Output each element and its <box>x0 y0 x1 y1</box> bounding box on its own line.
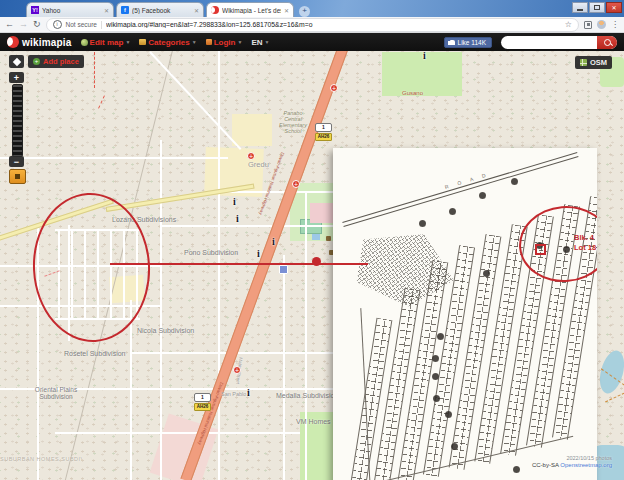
hospital-marker[interactable] <box>292 180 300 188</box>
search-input[interactable] <box>507 36 601 49</box>
menu-edit-map[interactable]: Edit map <box>81 38 131 47</box>
street <box>55 432 300 434</box>
tab-wikimapia[interactable]: Wikimapia - Let's describe the w ✕ <box>206 2 294 17</box>
search-icon <box>604 39 611 46</box>
tab-title: (5) Facebook <box>132 7 191 14</box>
subdivision-label: Rosetel Subdivision <box>64 350 125 357</box>
tab-close-icon[interactable]: ✕ <box>284 7 289 14</box>
menu-categories[interactable]: Categories <box>139 38 196 47</box>
hospital-marker[interactable] <box>330 84 338 92</box>
menu-login[interactable]: Login <box>206 38 243 47</box>
subdivision-label: Pono Subdivision <box>184 249 238 256</box>
measure-tool-button[interactable] <box>9 169 26 184</box>
annotation-line: Lot 18 <box>574 243 596 253</box>
zoom-slider[interactable] <box>12 84 23 157</box>
openstreetmap-link[interactable]: Openstreetmap.org <box>560 462 612 468</box>
subdivision-label: Oriental Plains Subdivision <box>30 386 82 400</box>
menu-label: EN <box>251 38 262 47</box>
place-label: San Pablo <box>221 391 246 397</box>
info-marker[interactable]: i <box>423 51 426 61</box>
browser-menu-icon[interactable] <box>611 20 619 29</box>
route-shield: 1 AH26 <box>194 393 211 411</box>
wikimapia-logo[interactable]: wikimapia <box>7 36 72 48</box>
reload-icon[interactable]: ↻ <box>33 20 41 29</box>
street <box>305 191 307 480</box>
edit-map-icon <box>81 39 88 46</box>
annotation-leader-line <box>110 263 368 265</box>
divider <box>101 21 102 29</box>
info-marker[interactable]: i <box>233 197 236 207</box>
street <box>160 140 162 480</box>
bookmark-star-icon[interactable] <box>565 20 572 29</box>
facebook-like-button[interactable]: Like 114K <box>444 37 492 48</box>
route-number: 1 <box>194 393 211 402</box>
tab-facebook[interactable]: f (5) Facebook ✕ <box>116 2 204 17</box>
forward-icon[interactable]: → <box>19 20 28 29</box>
barangay-label: Gredu <box>248 160 269 169</box>
minimize-icon <box>577 9 583 11</box>
route-code: AH26 <box>194 403 211 411</box>
wikimapia-logo-text: wikimapia <box>22 37 72 48</box>
street <box>0 157 228 159</box>
street <box>283 255 285 480</box>
street <box>218 51 220 480</box>
hatched-block <box>354 225 460 313</box>
tab-close-icon[interactable]: ✕ <box>104 7 109 14</box>
search-button[interactable] <box>597 36 617 49</box>
maximize-button[interactable] <box>589 2 605 13</box>
security-label: Not secure <box>66 21 97 28</box>
info-marker[interactable]: i <box>236 214 239 224</box>
tree-blob <box>437 333 444 340</box>
tree-blob <box>479 192 486 199</box>
tree-blob <box>449 208 456 215</box>
extension-icon[interactable] <box>584 21 592 29</box>
map-layer-icon <box>580 59 587 66</box>
street <box>160 225 333 227</box>
tab-close-icon[interactable]: ✕ <box>194 7 199 14</box>
subdivision-label: Nicola Subdivision <box>137 327 194 334</box>
close-button[interactable]: ✕ <box>606 2 622 13</box>
route-code: AH26 <box>315 133 332 141</box>
browser-toolbar: ← → ↻ Not secure wikimapia.org/#lang=en&… <box>0 17 624 33</box>
layer-switch-button[interactable]: OSM <box>575 56 612 69</box>
tree-blob <box>419 220 426 227</box>
like-label: Like 114K <box>458 39 486 46</box>
pool-zone <box>312 234 320 240</box>
site-info-icon[interactable] <box>53 20 62 29</box>
map-attribution: 2022/10/15 photos CC-by-SA Openstreetmap… <box>532 455 612 470</box>
search-box[interactable] <box>501 36 617 49</box>
window-title-bar: Y! Yahoo ✕ f (5) Facebook ✕ Wikimapia - … <box>0 0 624 17</box>
zoom-in-button[interactable]: + <box>9 72 24 83</box>
school-marker[interactable] <box>279 265 288 274</box>
poi-marker[interactable] <box>326 236 331 241</box>
facebook-favicon: f <box>121 6 129 14</box>
new-tab-button[interactable]: + <box>299 6 310 17</box>
profile-avatar[interactable] <box>597 20 606 29</box>
tree-blob <box>432 355 439 362</box>
zoom-out-button[interactable]: − <box>9 156 24 167</box>
tree-blob <box>433 395 440 402</box>
map-canvas[interactable]: Davao-Agusan National Highway Davao-Agus… <box>0 51 624 480</box>
info-marker[interactable]: i <box>257 249 260 259</box>
chevron-down-icon <box>237 39 242 45</box>
locate-button[interactable] <box>9 55 24 68</box>
categories-icon <box>139 39 146 45</box>
tree-blob <box>432 373 439 380</box>
tab-yahoo[interactable]: Y! Yahoo ✕ <box>26 2 114 17</box>
add-place-button[interactable]: + Add place <box>28 55 84 68</box>
info-marker[interactable]: i <box>247 388 250 398</box>
attribution-license: CC-by-SA Openstreetmap.org <box>532 462 612 470</box>
hospital-marker[interactable] <box>247 152 255 160</box>
menu-language[interactable]: EN <box>251 38 269 47</box>
thumbs-up-icon <box>450 40 455 45</box>
plat-map-overlay-photo[interactable]: R O A D Blk. 4 Lot 18 <box>333 148 597 480</box>
address-bar[interactable]: Not secure wikimapia.org/#lang=en&lat=7.… <box>46 18 579 32</box>
minimize-button[interactable] <box>572 2 588 13</box>
hospital-marker[interactable] <box>233 366 241 374</box>
info-marker[interactable]: i <box>272 237 275 247</box>
locate-icon <box>12 57 20 65</box>
back-icon[interactable]: ← <box>5 20 14 29</box>
tree-blob <box>483 270 490 277</box>
window-controls: ✕ <box>572 2 622 13</box>
tree-blob <box>451 443 458 450</box>
